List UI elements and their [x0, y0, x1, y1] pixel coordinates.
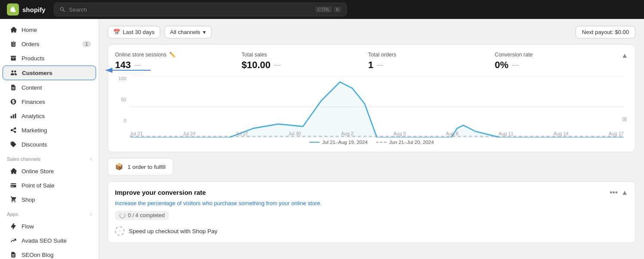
sidebar-discounts-label: Discounts: [22, 141, 47, 148]
chart-legend: Jul 21–Aug 19, 2024 Jun 21–Jul 20, 2024: [115, 140, 628, 145]
seoon-icon: [9, 251, 17, 259]
fulfill-card[interactable]: 📦 1 order to fulfill: [108, 158, 173, 175]
sidebar-content-label: Content: [22, 84, 42, 91]
sidebar-customers-label: Customers: [22, 70, 53, 76]
sidebar-finances-label: Finances: [22, 99, 45, 105]
conversion-subtitle: Increase the percentage of visitors who …: [115, 200, 628, 206]
avada-icon: [9, 237, 17, 244]
sidebar-item-products[interactable]: Products: [3, 51, 96, 65]
conversion-card: Improve your conversion rate ••• ▲ Incre…: [108, 181, 635, 243]
conversion-header: Improve your conversion rate ••• ▲: [115, 189, 628, 197]
compare-icon-button[interactable]: ⊞: [621, 115, 628, 122]
conversion-rate-label: Conversion rate: [495, 52, 621, 58]
stat-conversion-rate: Conversion rate 0% —: [495, 52, 621, 71]
conversion-collapse-button[interactable]: ▲: [621, 189, 628, 197]
apps-section[interactable]: Apps ›: [0, 207, 99, 219]
conversion-rate-value: 0% —: [495, 59, 621, 71]
sidebar-item-seoon[interactable]: SEOon Blog: [3, 248, 96, 259]
kbd-ctrl: CTRL: [315, 6, 332, 12]
x-label-aug2: Aug 2: [341, 131, 354, 136]
legend-previous-line: [376, 142, 386, 143]
progress-badge: 0 / 4 completed: [115, 211, 169, 220]
conversion-title: Improve your conversion rate: [115, 189, 610, 196]
products-icon: [9, 54, 17, 62]
apps-chevron: ›: [90, 211, 92, 217]
main-content: 📅 Last 30 days All channels ▾ Next payou…: [99, 19, 644, 259]
sidebar-item-orders[interactable]: Orders 1: [3, 37, 96, 51]
sessions-label: Online store sessions ✏️: [115, 52, 242, 58]
x-label-jul21: Jul 21: [130, 131, 143, 136]
progress-circle-icon: [119, 212, 125, 218]
stat-total-orders: Total orders 1 —: [368, 52, 495, 71]
sidebar-analytics-label: Analytics: [22, 113, 45, 119]
marketing-icon: [9, 126, 17, 134]
orders-badge: 1: [82, 41, 91, 47]
top-controls: 📅 Last 30 days All channels ▾ Next payou…: [108, 26, 635, 38]
sidebar-item-pos[interactable]: Point of Sale: [3, 178, 96, 192]
svg-marker-5: [130, 82, 624, 137]
y-label-0: 0: [115, 118, 126, 123]
legend-current-label: Jul 21–Aug 19, 2024: [322, 140, 368, 145]
sessions-value: 143 —: [115, 59, 242, 71]
discounts-icon: [9, 140, 17, 148]
sidebar-products-label: Products: [22, 55, 44, 62]
content-icon: [9, 84, 17, 91]
analytics-icon: [9, 112, 17, 120]
shop-label: Shop: [22, 197, 35, 203]
next-payout-button[interactable]: Next payout: $0.00: [576, 26, 635, 38]
topbar: shopify Search CTRL K: [0, 0, 644, 19]
y-label-100: 100: [115, 76, 126, 81]
sidebar-item-flow[interactable]: Flow: [3, 219, 96, 233]
search-placeholder: Search: [69, 6, 87, 13]
fulfill-label: 1 order to fulfill: [128, 164, 166, 170]
chart-yaxis: 100 50 0: [115, 76, 128, 123]
x-label-aug5: Aug 5: [394, 131, 406, 136]
date-filter-button[interactable]: 📅 Last 30 days: [108, 26, 160, 38]
edit-icon[interactable]: ✏️: [169, 52, 176, 58]
sidebar-item-content[interactable]: Content: [3, 81, 96, 94]
sidebar-marketing-label: Marketing: [22, 127, 47, 134]
legend-current: Jul 21–Aug 19, 2024: [309, 140, 368, 145]
kbd-k: K: [334, 6, 341, 12]
sidebar-item-finances[interactable]: Finances: [3, 95, 96, 109]
sidebar-item-marketing[interactable]: Marketing: [3, 123, 96, 137]
online-store-label: Online Store: [22, 168, 54, 175]
date-filter-label: Last 30 days: [123, 29, 155, 35]
x-label-aug17: Aug 17: [609, 131, 624, 136]
flow-label: Flow: [22, 223, 34, 230]
sidebar-item-customers[interactable]: Customers: [3, 66, 96, 80]
shop-pay-row[interactable]: ○ Speed up checkout with Shop Pay: [115, 226, 628, 236]
sidebar-orders-label: Orders: [22, 41, 39, 47]
chevron-down-icon: ▾: [203, 29, 206, 35]
fulfill-icon: 📦: [115, 163, 123, 171]
sales-channels-label: Sales channels: [7, 156, 40, 162]
search-bar[interactable]: Search CTRL K: [54, 3, 347, 16]
sidebar-item-avada[interactable]: Avada SEO Suite: [3, 234, 96, 247]
x-label-jul30: Jul 30: [288, 131, 301, 136]
orders-icon: [9, 40, 17, 48]
progress-label: 0 / 4 completed: [128, 212, 165, 218]
sales-channels-section[interactable]: Sales channels ›: [0, 152, 99, 164]
stats-collapse-button[interactable]: ▲: [621, 52, 628, 59]
search-kbd: CTRL K: [315, 6, 341, 12]
chart-area: 100 50 0 Jul 21: [115, 76, 628, 136]
total-orders-value: 1 —: [368, 59, 495, 71]
pos-label: Point of Sale: [22, 182, 55, 189]
avada-label: Avada SEO Suite: [22, 237, 67, 244]
total-sales-label: Total sales: [242, 52, 368, 58]
finances-icon: [9, 98, 17, 106]
sidebar-item-analytics[interactable]: Analytics: [3, 109, 96, 123]
shop-icon: [9, 196, 17, 203]
channel-filter-button[interactable]: All channels ▾: [165, 26, 212, 38]
flow-icon: [9, 222, 17, 230]
sidebar-home-label: Home: [22, 27, 37, 33]
calendar-icon: 📅: [113, 29, 120, 35]
shop-pay-label: Speed up checkout with Shop Pay: [129, 228, 218, 234]
sidebar-item-shop[interactable]: Shop: [3, 193, 96, 206]
seoon-label: SEOon Blog: [22, 252, 53, 258]
conversion-more-button[interactable]: •••: [610, 189, 618, 197]
chart-xaxis: Jul 21 Jul 24 Jul 27 Jul 30 Aug 2 Aug 5 …: [130, 131, 624, 136]
sidebar-item-online-store[interactable]: Online Store: [3, 164, 96, 178]
sidebar-item-discounts[interactable]: Discounts: [3, 137, 96, 151]
sidebar-item-home[interactable]: Home: [3, 23, 96, 37]
